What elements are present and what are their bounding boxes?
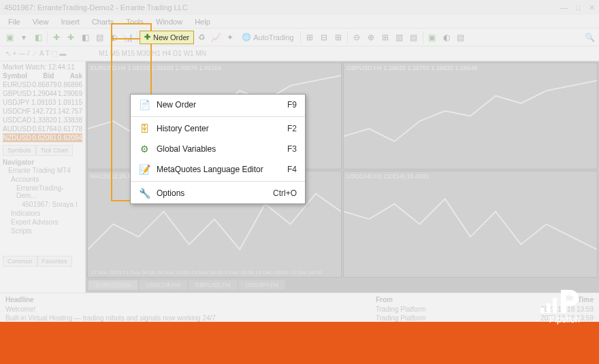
toolbar-btn[interactable]: ♻: [195, 31, 208, 44]
toolbar-btn[interactable]: ◐: [107, 31, 120, 44]
globals-icon: ⚙: [136, 144, 152, 154]
menu-window[interactable]: Window: [150, 16, 188, 27]
nav-item[interactable]: 4501967: Soraya I: [3, 200, 82, 209]
menu-charts[interactable]: Charts: [86, 16, 119, 27]
ctx-history-center[interactable]: 🗄 History Center F2: [131, 118, 305, 139]
tab-symbols[interactable]: Symbols: [3, 145, 36, 156]
toolbar-btn[interactable]: ▾: [17, 31, 31, 44]
market-watch-panel: Market Watch: 12:44:11 Symbol Bid Ask EU…: [0, 61, 85, 157]
toolbar-btn[interactable]: 📊: [121, 31, 135, 44]
plus-icon: ✚: [144, 33, 150, 42]
symbol-row[interactable]: NZDUSD0.620810.62094: [3, 133, 82, 142]
toolbar-btn[interactable]: ▤: [407, 31, 421, 44]
window-title: 4501967: ErranteTrading-Demo2 - Errante …: [4, 3, 188, 12]
main-toolbar: ▣ ▾ ◧ ✚ ✚ ◧ ▤ ◐ 📊 ✚ New Order ♻ 📈 ✦ 🌐 Au…: [0, 29, 599, 46]
menu-help[interactable]: Help: [189, 16, 216, 27]
toolbar-btn[interactable]: ▤: [454, 31, 468, 44]
toolbar-btn[interactable]: ▣: [425, 31, 439, 44]
nav-item[interactable]: Scripts: [3, 227, 82, 235]
nav-root[interactable]: Errante Trading MT4: [3, 166, 82, 175]
symbol-row[interactable]: EURUSD0.868790.86896: [3, 80, 82, 89]
close-icon[interactable]: ✕: [589, 3, 595, 12]
toolbar-btn[interactable]: ▥: [393, 31, 406, 44]
menu-tools[interactable]: Tools: [120, 16, 149, 27]
toolbar-btn[interactable]: ⊞: [331, 31, 345, 44]
toolbar-btn[interactable]: ▤: [93, 31, 106, 44]
toolbar-btn[interactable]: ◧: [78, 31, 92, 44]
footer-bar: [0, 322, 599, 364]
options-icon: 🔧: [136, 188, 152, 199]
maximize-icon[interactable]: □: [576, 3, 581, 12]
toolbar-btn[interactable]: ▣: [3, 31, 16, 44]
tab-tick-chart[interactable]: Tick Chart: [36, 145, 74, 156]
brand-name: Pipsilon: [549, 314, 580, 325]
toolbar-btn[interactable]: ◧: [31, 31, 45, 44]
chart-usdcad[interactable]: USDCAD,H1 CCI(14) 16.4291: [343, 171, 598, 278]
market-watch-title: Market Watch: 12:44:11: [3, 63, 82, 71]
tab-favorites[interactable]: Favorites: [37, 256, 72, 267]
secondary-toolbar: ↖ + — / ⟋ A T ⬚ ▬ M1 M5 M15 M30 H1 H4 D1…: [0, 46, 599, 61]
autotrading-icon: 🌐: [242, 33, 251, 42]
toolbar-btn[interactable]: ✦: [223, 31, 237, 44]
symbol-row[interactable]: USDJPY1.091031.09115: [3, 98, 82, 107]
tab-common[interactable]: Common: [3, 256, 37, 267]
editor-icon: 📝: [136, 164, 152, 175]
ctx-options[interactable]: 🔧 Options Ctrl+O: [131, 183, 305, 203]
nav-item[interactable]: ErranteTrading-Dem...: [3, 184, 82, 200]
symbol-row[interactable]: USDCAD1.338201.33838: [3, 116, 82, 125]
new-order-button[interactable]: ✚ New Order: [140, 31, 194, 44]
chart-tab[interactable]: USDJPY,H4: [239, 280, 285, 290]
ctx-metaeditor[interactable]: 📝 MetaQuotes Language Editor F4: [131, 159, 305, 180]
symbol-row[interactable]: USDCHF142.721142.757: [3, 107, 82, 116]
ctx-global-variables[interactable]: ⚙ Global Variables F3: [131, 139, 305, 159]
tools-context-menu: 📄 New Order F9 🗄 History Center F2 ⚙ Glo…: [130, 94, 306, 204]
toolbar-btn[interactable]: 📈: [209, 31, 223, 44]
toolbar-btn[interactable]: ⊞: [378, 31, 392, 44]
news-row[interactable]: Welcome!Trading Platform2023.12.18 13:59: [5, 305, 594, 314]
toolbar-btn[interactable]: ✚: [50, 31, 63, 44]
brand-watermark: Pipsilon: [540, 290, 580, 325]
menubar: File View Insert Charts Tools Window Hel…: [0, 15, 599, 29]
history-icon: 🗄: [136, 123, 152, 134]
toolbar-btn[interactable]: ✚: [64, 31, 78, 44]
symbol-row[interactable]: AUDUSD0.617640.61778: [3, 125, 82, 133]
navigator-panel: Navigator Errante Trading MT4 Accounts E…: [0, 157, 85, 268]
window-titlebar: 4501967: ErranteTrading-Demo2 - Errante …: [0, 0, 599, 15]
chart-tab[interactable]: GBPUSD,H4: [189, 280, 238, 290]
zoom-out-icon[interactable]: ⊖: [350, 31, 363, 44]
nav-item[interactable]: Expert Advisors: [3, 218, 82, 227]
autotrading-button[interactable]: 🌐 AutoTrading: [238, 33, 298, 42]
minimize-icon[interactable]: —: [560, 3, 568, 12]
toolbar-btn[interactable]: ◐: [440, 31, 453, 44]
menu-file[interactable]: File: [3, 16, 26, 27]
nav-item[interactable]: Accounts: [3, 175, 82, 184]
zoom-in-icon[interactable]: ⊕: [364, 31, 378, 44]
chart-gbpusd[interactable]: GBPUSD,H4 1.26622 1.26781 1.26632 1.2664…: [343, 63, 598, 169]
chart-tab[interactable]: USDCHF,H4: [139, 280, 187, 290]
new-order-icon: 📄: [136, 99, 152, 110]
menu-insert[interactable]: Insert: [55, 16, 85, 27]
search-icon[interactable]: 🔍: [583, 31, 596, 44]
ctx-new-order[interactable]: 📄 New Order F9: [131, 95, 305, 115]
toolbar-btn[interactable]: ⊟: [317, 31, 331, 44]
nav-title: Navigator: [3, 159, 82, 166]
symbol-row[interactable]: GBPUSD1.290441.29069: [3, 89, 82, 98]
menu-view[interactable]: View: [27, 16, 54, 27]
nav-item[interactable]: Indicators: [3, 209, 82, 218]
chart-tab[interactable]: EURUSD,H4: [88, 280, 137, 290]
new-order-label: New Order: [153, 33, 189, 42]
toolbar-btn[interactable]: ⊞: [303, 31, 317, 44]
